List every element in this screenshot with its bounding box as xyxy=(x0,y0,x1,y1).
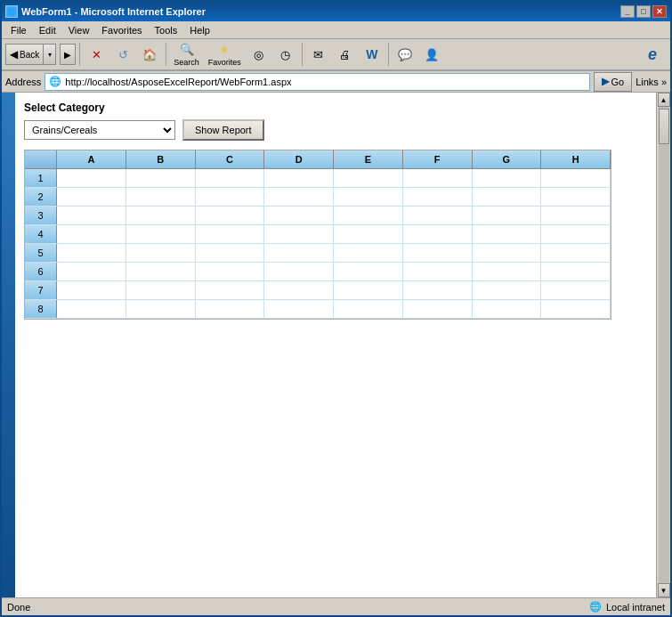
mail-button[interactable]: ✉ xyxy=(306,41,331,68)
grid-cell-e7[interactable] xyxy=(334,281,403,299)
menu-edit[interactable]: Edit xyxy=(34,24,61,37)
grid-cell-h6[interactable] xyxy=(541,263,611,280)
scrollbar-thumb[interactable] xyxy=(659,109,669,144)
grid-cell-b5[interactable] xyxy=(126,244,196,262)
stop-button[interactable]: ✕ xyxy=(84,41,109,68)
grid-cell-f2[interactable] xyxy=(403,188,473,206)
menu-favorites[interactable]: Favorites xyxy=(96,24,147,37)
grid-cell-h8[interactable] xyxy=(541,300,611,318)
grid-cell-g2[interactable] xyxy=(473,188,542,206)
grid-cell-b4[interactable] xyxy=(126,225,196,243)
grid-cell-f4[interactable] xyxy=(403,225,473,243)
grid-cell-d3[interactable] xyxy=(264,207,334,224)
grid-cell-c1[interactable] xyxy=(196,169,265,187)
edit-button[interactable]: W xyxy=(360,41,385,68)
show-report-button[interactable]: Show Report xyxy=(182,119,264,141)
grid-cell-e6[interactable] xyxy=(334,263,403,280)
grid-cell-d6[interactable] xyxy=(264,263,334,280)
go-button[interactable]: ▶ Go xyxy=(594,72,632,92)
menu-help[interactable]: Help xyxy=(184,24,215,37)
print-button[interactable]: 🖨 xyxy=(333,41,358,68)
grid-cell-d2[interactable] xyxy=(264,188,334,206)
grid-cell-f6[interactable] xyxy=(403,263,473,280)
grid-cell-g7[interactable] xyxy=(473,281,542,299)
media-button[interactable]: ◎ xyxy=(247,41,271,68)
grid-cell-g3[interactable] xyxy=(473,207,542,224)
grid-cell-g5[interactable] xyxy=(473,244,542,262)
search-button[interactable]: 🔍 Search xyxy=(170,41,203,68)
grid-cell-a2[interactable] xyxy=(57,188,126,206)
grid-cell-a1[interactable] xyxy=(57,169,126,187)
menu-view[interactable]: View xyxy=(63,24,95,37)
grid-cell-c3[interactable] xyxy=(196,207,265,224)
grid-cell-e8[interactable] xyxy=(334,300,403,318)
grid-cell-a7[interactable] xyxy=(57,281,126,299)
grid-cell-e4[interactable] xyxy=(334,225,403,243)
grid-cell-c8[interactable] xyxy=(196,300,265,318)
grid-cell-f3[interactable] xyxy=(403,207,473,224)
address-label: Address xyxy=(5,77,41,87)
discuss-button[interactable]: 💬 xyxy=(393,41,417,68)
grid-cell-c7[interactable] xyxy=(196,281,265,299)
favorites-button[interactable]: ★ Favorites xyxy=(205,41,245,68)
grid-cell-b7[interactable] xyxy=(126,281,196,299)
forward-button[interactable]: ▶ xyxy=(60,44,76,65)
close-button[interactable]: ✕ xyxy=(652,5,667,18)
grid-row-8: 8 xyxy=(25,300,611,319)
messenger-button[interactable]: 👤 xyxy=(419,41,444,68)
grid-cell-g4[interactable] xyxy=(473,225,542,243)
history-button[interactable]: ◷ xyxy=(273,41,298,68)
grid-cell-h1[interactable] xyxy=(541,169,611,187)
grid-cell-c2[interactable] xyxy=(196,188,265,206)
home-button[interactable]: 🏠 xyxy=(137,41,162,68)
grid-cell-d5[interactable] xyxy=(264,244,334,262)
grid-cell-c6[interactable] xyxy=(196,263,265,280)
grid-cell-e5[interactable] xyxy=(334,244,403,262)
grid-cell-f1[interactable] xyxy=(403,169,473,187)
grid-cell-f7[interactable] xyxy=(403,281,473,299)
grid-cell-d1[interactable] xyxy=(264,169,334,187)
grid-cell-e3[interactable] xyxy=(334,207,403,224)
category-select[interactable]: Grains/CerealsBeveragesCondimentsConfect… xyxy=(24,120,175,140)
grid-cell-f8[interactable] xyxy=(403,300,473,318)
grid-row-header-4: 4 xyxy=(25,225,57,243)
menu-tools[interactable]: Tools xyxy=(150,24,183,37)
grid-cell-h4[interactable] xyxy=(541,225,611,243)
grid-cell-b1[interactable] xyxy=(126,169,196,187)
grid-cell-h3[interactable] xyxy=(541,207,611,224)
title-text: WebForm1 - Microsoft Internet Explorer xyxy=(21,6,206,17)
scrollbar-down-button[interactable]: ▼ xyxy=(658,583,670,597)
grid-cell-f5[interactable] xyxy=(403,244,473,262)
back-button[interactable]: ◀ Back xyxy=(5,44,44,65)
refresh-button[interactable]: ↺ xyxy=(110,41,135,68)
grid-cell-h2[interactable] xyxy=(541,188,611,206)
grid-cell-b3[interactable] xyxy=(126,207,196,224)
grid-cell-a8[interactable] xyxy=(57,300,126,318)
links-label[interactable]: Links » xyxy=(636,77,667,87)
minimize-button[interactable]: _ xyxy=(620,5,635,18)
grid-cell-a5[interactable] xyxy=(57,244,126,262)
grid-cell-e1[interactable] xyxy=(334,169,403,187)
grid-cell-a4[interactable] xyxy=(57,225,126,243)
grid-cell-g1[interactable] xyxy=(473,169,542,187)
grid-cell-h7[interactable] xyxy=(541,281,611,299)
scrollbar-up-button[interactable]: ▲ xyxy=(658,93,670,107)
grid-cell-c4[interactable] xyxy=(196,225,265,243)
grid-cell-d7[interactable] xyxy=(264,281,334,299)
maximize-button[interactable]: □ xyxy=(636,5,651,18)
grid-cell-a6[interactable] xyxy=(57,263,126,280)
grid-cell-c5[interactable] xyxy=(196,244,265,262)
grid-cell-g8[interactable] xyxy=(473,300,542,318)
grid-cell-a3[interactable] xyxy=(57,207,126,224)
grid-cell-d4[interactable] xyxy=(264,225,334,243)
grid-cell-b8[interactable] xyxy=(126,300,196,318)
menu-file[interactable]: File xyxy=(5,24,32,37)
back-arrow-button[interactable]: ▾ xyxy=(44,44,56,65)
grid-cell-e2[interactable] xyxy=(334,188,403,206)
grid-cell-h5[interactable] xyxy=(541,244,611,262)
grid-cell-d8[interactable] xyxy=(264,300,334,318)
grid-cell-b6[interactable] xyxy=(126,263,196,280)
grid-cell-b2[interactable] xyxy=(126,188,196,206)
grid-cell-g6[interactable] xyxy=(473,263,542,280)
address-input[interactable] xyxy=(65,77,586,87)
